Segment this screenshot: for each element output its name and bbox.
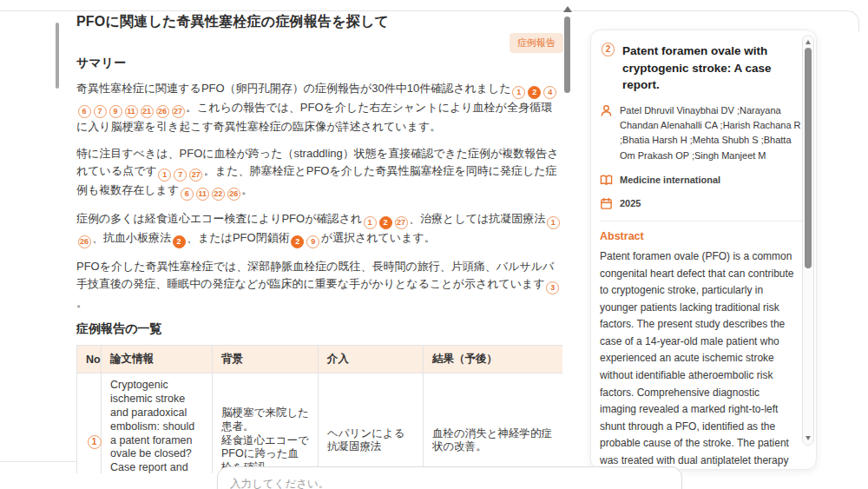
abstract-section: Abstract Patent foramen ovale (PFO) is a… <box>600 221 806 470</box>
authors-row: Patel Dhruvil Vinaybhai DV ;Narayana Cha… <box>600 103 806 164</box>
summary-heading: サマリー <box>76 56 562 71</box>
app-window: PFOに関連した奇異性塞栓症の症例報告を探して 症例報告 サマリー 奇異性塞栓症… <box>0 0 868 489</box>
citation-chip[interactable]: 4 <box>543 86 556 99</box>
case-list-heading: 症例報告の一覧 <box>76 321 562 337</box>
summary-paragraphs: 奇異性塞栓症に関連するPFO（卵円孔開存）の症例報告が30件中10件確認されまし… <box>76 80 562 312</box>
paper-authors: Patel Dhruvil Vinaybhai DV ;Narayana Cha… <box>620 103 802 164</box>
citation-chip[interactable]: 7 <box>174 169 187 182</box>
citation-chip[interactable]: 26 <box>156 105 169 118</box>
paper-number-chip[interactable]: 2 <box>602 43 615 56</box>
column-header: 論文情報 <box>102 346 213 373</box>
journal-row: Medicine international <box>600 173 806 187</box>
journal-icon <box>600 174 613 187</box>
card-scroll-down-icon[interactable] <box>806 436 811 440</box>
chat-input-bar <box>217 466 682 489</box>
citation-chip[interactable]: 9 <box>306 235 319 248</box>
citation-chip[interactable]: 2 <box>291 235 304 248</box>
report-type-badge[interactable]: 症例報告 <box>510 33 563 53</box>
cell-no: 1 <box>77 373 102 474</box>
paragraph-text: 症例の多くは経食道心エコー検査によりPFOが確認され <box>76 212 362 225</box>
citation-chip[interactable]: 27 <box>189 169 202 182</box>
author-icon <box>600 104 613 117</box>
main-scrollbar-thumb[interactable] <box>564 17 570 93</box>
chat-panel-bottom-border <box>0 461 76 462</box>
citation-chip[interactable]: 1 <box>158 169 171 182</box>
citation-chip[interactable]: 6 <box>181 188 194 201</box>
citation-chip[interactable]: 2 <box>528 86 541 99</box>
paper-year: 2025 <box>620 198 641 208</box>
paragraph-text: 、またはPFO閉鎖術 <box>187 231 290 244</box>
paragraph-text: が選択されています。 <box>321 231 436 244</box>
summary-paragraph: 症例の多くは経食道心エコー検査によりPFOが確認され1227、治療としては抗凝固… <box>76 210 562 248</box>
citation-chip[interactable]: 1 <box>512 86 525 99</box>
paper-journal: Medicine international <box>620 175 720 185</box>
cell-paper: Cryptogenic ischemic stroke and paradoxi… <box>102 373 213 474</box>
year-icon <box>600 197 613 210</box>
year-row: 2025 <box>600 196 806 210</box>
citation-chip[interactable]: 2 <box>173 235 186 248</box>
summary-paragraph: 奇異性塞栓症に関連するPFO（卵円孔開存）の症例報告が30件中10件確認されまし… <box>76 80 562 135</box>
column-header: 介入 <box>319 346 424 373</box>
paragraph-text: 、抗血小板療法 <box>92 231 171 244</box>
answer-area: サマリー 奇異性塞栓症に関連するPFO（卵円孔開存）の症例報告が30件中10件確… <box>76 52 562 473</box>
citation-chip[interactable]: 21 <box>141 105 154 118</box>
left-scrollbar-thumb[interactable] <box>56 23 59 89</box>
citation-chip[interactable]: 27 <box>395 216 408 229</box>
citation-chip[interactable]: 26 <box>78 235 91 248</box>
cell-background: 脳梗塞で来院した患者。 経食道心エコーでPFOに跨った血栓を確認。 <box>213 373 319 474</box>
paragraph-text: 。 <box>76 296 88 309</box>
paragraph-text: 奇異性塞栓症に関連するPFO（卵円孔開存）の症例報告が30件中10件確認されまし… <box>76 82 511 95</box>
summary-paragraph: PFOを介した奇異性塞栓症では、深部静脈血栓症の既往、長時間の旅行、片頭痛、バル… <box>76 258 562 312</box>
column-header: 背景 <box>213 346 319 373</box>
citation-chip[interactable]: 1 <box>364 216 377 229</box>
table-header-row: No論文情報背景介入結果（予後） <box>77 346 563 373</box>
paper-title: Patent foramen ovale with cryptogenic st… <box>622 43 806 94</box>
query-title: PFOに関連した奇異性塞栓症の症例報告を探して <box>76 13 528 31</box>
summary-paragraph: 特に注目すべきは、PFOに血栓が跨った（straddling）状態を直接確認でき… <box>76 145 562 201</box>
citation-chip[interactable]: 1 <box>547 216 560 229</box>
abstract-label: Abstract <box>600 230 806 242</box>
citation-chip[interactable]: 11 <box>196 188 209 201</box>
cell-result: 血栓の消失と神経学的症状の改善。 <box>424 373 563 474</box>
citation-chip[interactable]: 9 <box>109 105 122 118</box>
chat-input[interactable] <box>217 466 682 489</box>
abstract-text: Patent foramen ovale (PFO) is a common c… <box>600 248 797 470</box>
column-header: 結果（予後） <box>424 346 563 373</box>
citation-chip[interactable]: 7 <box>94 105 107 118</box>
column-header: No <box>77 346 102 373</box>
table-row[interactable]: 1Cryptogenic ischemic stroke and paradox… <box>77 373 563 474</box>
paragraph-text: PFOを介した奇異性塞栓症では、深部静脈血栓症の既往、長時間の旅行、片頭痛、バル… <box>76 260 554 290</box>
paragraph-text: 。 <box>241 183 253 196</box>
citation-chip[interactable]: 11 <box>125 105 138 118</box>
citation-chip[interactable]: 6 <box>78 105 91 118</box>
citation-chip[interactable]: 26 <box>227 188 240 201</box>
card-scroll-up-icon[interactable] <box>806 40 811 44</box>
citation-chip[interactable]: 22 <box>212 188 225 201</box>
row-number-chip[interactable]: 1 <box>88 435 102 449</box>
citation-chip[interactable]: 2 <box>379 216 392 229</box>
case-report-table: No論文情報背景介入結果（予後） 1Cryptogenic ischemic s… <box>76 345 562 473</box>
card-scrollbar-thumb[interactable] <box>805 48 812 268</box>
cell-intervention: ヘパリンによる抗凝固療法 <box>319 373 424 474</box>
paper-detail-card: 2 Patent foramen ovale with cryptogenic … <box>590 30 817 470</box>
paper-header: 2 Patent foramen ovale with cryptogenic … <box>600 43 806 94</box>
citation-chip[interactable]: 27 <box>172 105 185 118</box>
paragraph-text: 、治療としては抗凝固療法 <box>409 212 545 225</box>
citation-chip[interactable]: 3 <box>546 281 559 294</box>
scroll-up-icon[interactable] <box>563 6 572 12</box>
